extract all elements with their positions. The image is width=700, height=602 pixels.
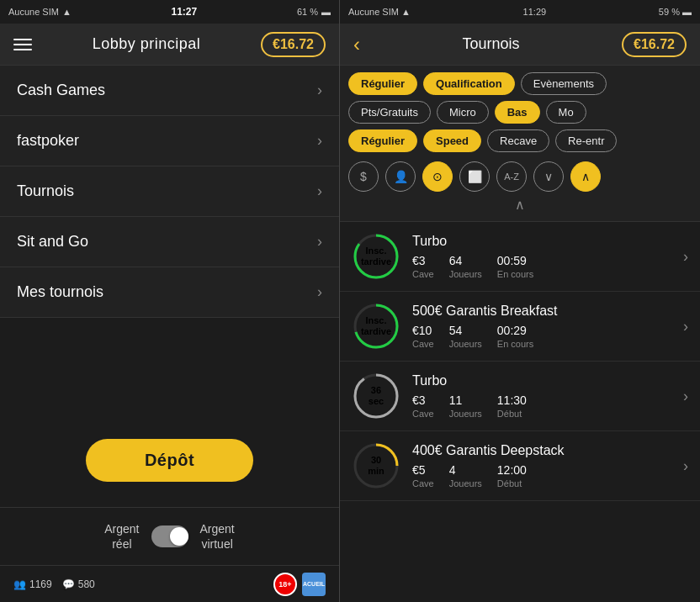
filter-screen-btn[interactable]: ⬜	[459, 161, 490, 192]
joueurs-label-3: Joueurs	[449, 409, 482, 419]
argent-virtuel-label: Argentvirtuel	[200, 521, 235, 552]
tournament-item-1[interactable]: Insc.tardive Turbo €3 Cave 64 Joueurs 00…	[340, 222, 700, 292]
joueurs-value-2: 54	[449, 324, 482, 337]
money-toggle[interactable]	[151, 525, 188, 547]
stat-joueurs-2: 54 Joueurs	[449, 324, 482, 349]
filter-recave[interactable]: Recave	[487, 129, 549, 152]
circle-text-4: 30min	[368, 455, 384, 477]
filter-micro[interactable]: Micro	[437, 101, 489, 124]
filter-speed[interactable]: Speed	[423, 129, 481, 152]
menu-item-sit-and-go[interactable]: Sit and Go ›	[0, 217, 339, 267]
cave-label-2: Cave	[412, 339, 434, 349]
filter-dollar-btn[interactable]: $	[348, 161, 379, 192]
filter-row-1: Régulier Qualification Evènements	[348, 72, 692, 95]
lobby-title: Lobby principal	[93, 35, 201, 53]
circle-text-2: Insc.tardive	[361, 315, 391, 337]
status-right-right: 59 % ▬	[659, 7, 692, 17]
stat-joueurs-1: 64 Joueurs	[449, 254, 482, 279]
filter-pts-gratuits[interactable]: Pts/Gratuits	[348, 101, 431, 124]
time-value-2: 00:29	[497, 324, 533, 337]
filter-clock-btn[interactable]: ⊙	[422, 161, 453, 192]
header-right: ‹ Tournois €16.72	[340, 24, 700, 66]
menu-item-mes-tournois[interactable]: Mes tournois ›	[0, 267, 339, 318]
tournament-stats-4: €5 Cave 4 Joueurs 12:00 Début	[412, 463, 671, 488]
chevron-t2: ›	[683, 318, 688, 335]
circle-text-3: 36sec	[369, 385, 384, 407]
time-value-1: 00:59	[497, 254, 533, 267]
money-toggle-section: Argentréel Argentvirtuel	[0, 507, 339, 565]
wifi-icon-left: ▲	[62, 7, 72, 17]
footer-badges: 18+ ACUEIL	[273, 573, 326, 596]
tournament-stats-1: €3 Cave 64 Joueurs 00:59 En cours	[412, 254, 671, 279]
battery-left: 61 %	[297, 7, 318, 17]
badge-acueil: ACUEIL	[302, 573, 326, 596]
filter-row-3: Régulier Speed Recave Re-entr	[348, 129, 692, 152]
chevron-mes-tournois: ›	[317, 283, 322, 301]
battery-right: 59 %	[659, 7, 680, 17]
time-right: 11:29	[523, 7, 547, 17]
filter-row-2: Pts/Gratuits Micro Bas Mo	[348, 101, 692, 124]
header-left: Lobby principal €16.72	[0, 24, 339, 66]
right-panel: Aucune SIM ▲ 11:29 59 % ▬ ‹ Tournois €16…	[339, 0, 700, 602]
balance-badge-left[interactable]: €16.72	[261, 32, 326, 57]
joueurs-value-3: 11	[449, 393, 482, 407]
time-label-4: Début	[497, 478, 527, 488]
stat-time-2: 00:29 En cours	[497, 324, 533, 349]
chevron-tournois: ›	[317, 182, 322, 200]
menu-item-tournois[interactable]: Tournois ›	[0, 166, 339, 217]
tournament-circle-4: 30min	[352, 441, 400, 490]
joueurs-label-1: Joueurs	[449, 269, 482, 279]
badge-18: 18+	[273, 573, 297, 596]
tournament-list: Insc.tardive Turbo €3 Cave 64 Joueurs 00…	[340, 222, 700, 602]
menu-label-fastpoker: fastpoker	[17, 132, 79, 150]
time-left: 11:27	[172, 6, 198, 18]
stat-cave-3: €3 Cave	[412, 393, 434, 419]
tournament-info-3: Turbo €3 Cave 11 Joueurs 11:30 Début	[412, 373, 671, 419]
chevron-t4: ›	[683, 457, 688, 475]
filter-qualification[interactable]: Qualification	[423, 72, 515, 95]
filter-az-btn[interactable]: A-Z	[496, 161, 527, 192]
tournament-item-3[interactable]: 36sec Turbo €3 Cave 11 Joueurs 11:30 Déb…	[340, 362, 700, 431]
filter-mo[interactable]: Mo	[546, 101, 586, 124]
chevron-t1: ›	[683, 248, 688, 266]
menu-list: Cash Games › fastpoker › Tournois › Sit …	[0, 66, 339, 414]
wifi-icon-right: ▲	[401, 7, 411, 17]
filter-bas[interactable]: Bas	[495, 101, 540, 124]
tournois-title: Tournois	[463, 35, 520, 53]
filter-chevdown-btn[interactable]: ∨	[533, 161, 564, 192]
tables-stat: 💬 580	[62, 578, 95, 590]
filter-person-btn[interactable]: 👤	[385, 161, 416, 192]
tournament-circle-2: Insc.tardive	[352, 302, 400, 351]
collapse-arrow[interactable]: ∧	[348, 193, 692, 216]
tables-count: 580	[78, 578, 95, 590]
menu-item-fastpoker[interactable]: fastpoker ›	[0, 116, 339, 166]
filter-chevup-btn[interactable]: ∧	[570, 161, 601, 192]
joueurs-value-4: 4	[449, 463, 482, 477]
users-icon: 👥	[13, 578, 26, 590]
cave-value-3: €3	[412, 393, 434, 407]
hamburger-button[interactable]	[13, 39, 32, 50]
tournament-item-4[interactable]: 30min 400€ Garantis Deepstack €5 Cave 4 …	[340, 431, 700, 501]
menu-item-cash-games[interactable]: Cash Games ›	[0, 66, 339, 116]
carrier-left: Aucune SIM	[8, 7, 59, 17]
collapse-icon: ∧	[515, 197, 525, 213]
tables-icon: 💬	[62, 578, 75, 590]
users-stat: 👥 1169	[13, 578, 52, 590]
balance-badge-right[interactable]: €16.72	[622, 32, 687, 57]
stat-joueurs-3: 11 Joueurs	[449, 393, 482, 419]
filter-re-entr[interactable]: Re-entr	[555, 129, 617, 152]
time-value-4: 12:00	[497, 463, 527, 477]
joueurs-value-1: 64	[449, 254, 482, 267]
chevron-cash-games: ›	[317, 82, 322, 99]
tournament-stats-2: €10 Cave 54 Joueurs 00:29 En cours	[412, 324, 671, 349]
tournament-item-2[interactable]: Insc.tardive 500€ Garantis Breakfast €10…	[340, 292, 700, 362]
filter-regulier1[interactable]: Régulier	[348, 72, 417, 95]
tournament-info-2: 500€ Garantis Breakfast €10 Cave 54 Joue…	[412, 304, 671, 349]
tournament-name-1: Turbo	[412, 234, 671, 249]
stat-time-4: 12:00 Début	[497, 463, 527, 488]
filter-evenements[interactable]: Evènements	[521, 72, 607, 95]
deposit-button[interactable]: Dépôt	[86, 439, 253, 482]
users-count: 1169	[29, 578, 52, 590]
filter-regulier2[interactable]: Régulier	[348, 129, 417, 152]
back-button[interactable]: ‹	[353, 33, 360, 56]
